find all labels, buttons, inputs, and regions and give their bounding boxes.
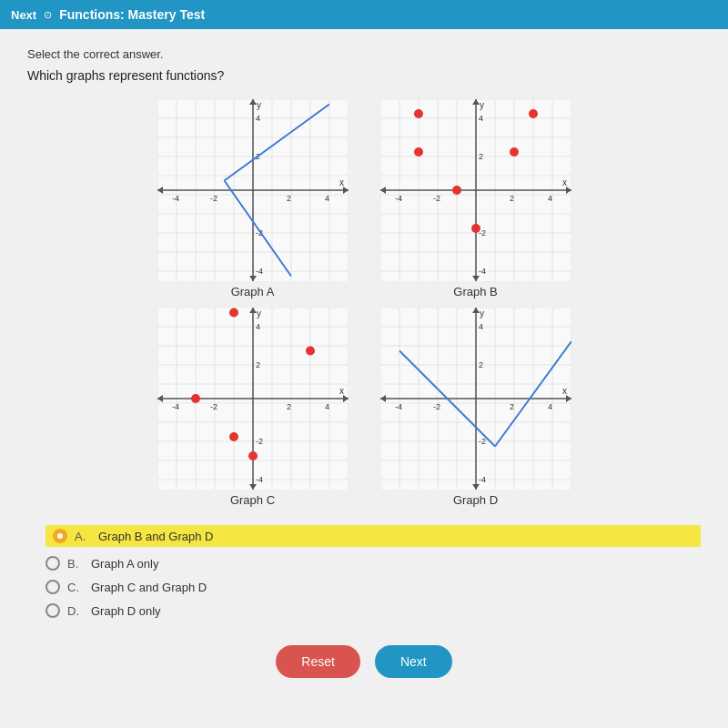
graph-c-wrapper: Graph C [146,308,359,507]
titlebar-icon: ⊙ [44,9,52,21]
options-container: A. Graph B and Graph D B. Graph A only C… [46,525,701,618]
reset-button[interactable]: Reset [276,645,360,678]
title-bar: Next ⊙ Functions: Mastery Test [0,0,728,29]
option-text-d: Graph D only [91,604,161,618]
graph-a-wrapper: Graph A [146,99,359,298]
option-letter-c: C. [67,581,84,594]
graph-d[interactable] [380,308,571,490]
graph-a-label: Graph A [231,285,275,298]
graph-d-wrapper: Graph D [369,308,582,507]
option-letter-d: D. [67,604,84,618]
next-button[interactable]: Next [375,645,452,678]
graph-b[interactable] [380,99,571,281]
graph-a[interactable] [157,99,349,281]
radio-b[interactable] [46,556,60,571]
instruction-text: Select the correct answer. [27,47,701,61]
graph-b-label: Graph B [453,285,497,298]
titlebar-next[interactable]: Next [11,8,36,22]
option-letter-a: A. [75,530,91,543]
option-row-b[interactable]: B. Graph A only [46,556,701,571]
graph-c-label: Graph C [230,493,275,507]
option-text-a: Graph B and Graph D [98,530,213,543]
graph-b-wrapper: Graph B [369,99,582,298]
option-row-d[interactable]: D. Graph D only [46,603,701,618]
radio-c[interactable] [46,580,60,594]
option-text-c: Graph C and Graph D [91,581,207,594]
titlebar-title: Functions: Mastery Test [59,7,205,22]
graph-c[interactable] [157,308,349,490]
option-text-b: Graph A only [91,557,158,571]
option-row-c[interactable]: C. Graph C and Graph D [46,580,701,594]
question-text: Which graphs represent functions? [27,68,701,83]
radio-a[interactable] [53,529,67,543]
graphs-container: Graph A Graph B Graph C Graph D [146,99,582,507]
graph-d-label: Graph D [453,493,498,507]
content-area: Select the correct answer. Which graphs … [0,29,728,728]
radio-d[interactable] [46,603,60,618]
option-row-a[interactable]: A. Graph B and Graph D [46,525,701,547]
bottom-buttons: Reset Next [27,645,701,696]
option-letter-b: B. [67,557,84,571]
